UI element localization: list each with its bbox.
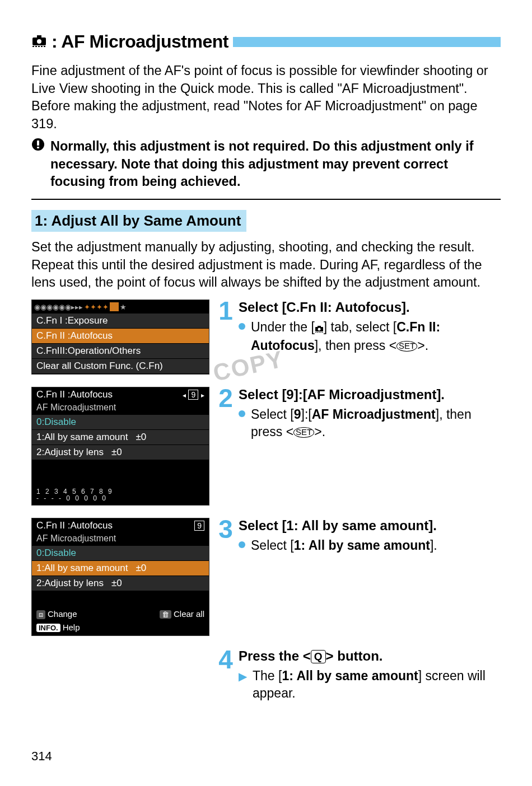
lcd2-badge: 9 [188, 390, 198, 400]
lcd3-opt-2: 2:Adjust by lens±0 [32, 576, 209, 591]
svg-rect-5 [38, 46, 40, 47]
step-2: C.Fn II :Autofocus ◂ 9 ▸ AF Microadjustm… [31, 387, 501, 506]
set-icon: SET [396, 341, 417, 352]
t: 9 [294, 407, 301, 422]
step-4: 4 Press the <Q> button. ▶ The [1: All by… [31, 648, 501, 704]
svg-rect-7 [44, 46, 45, 47]
svg-rect-18 [322, 332, 323, 333]
step-2-bullet: Select [9]:[AF Microadjustment], then pr… [239, 406, 501, 441]
step-3-bullet: Select [1: All by same amount]. [239, 537, 501, 554]
step-number-4: 4 [216, 648, 235, 704]
step-4-heading: Press the <Q> button. [239, 648, 501, 664]
lcd2-sub: AF Microadjustment [32, 402, 209, 415]
svg-point-13 [318, 328, 320, 331]
page-title: : AF Microadjustment [52, 31, 228, 52]
t: Clear all [174, 609, 204, 619]
t: C.Fn II :Autofocus [36, 389, 113, 400]
lcd1-row-clear: Clear all Custom Func. (C.Fn) [32, 359, 209, 374]
step-1: ◉◉◉◉◉◉▸▸▸✦✦✦✦★ C.Fn I :Exposure C.Fn II … [31, 300, 501, 375]
svg-rect-1 [37, 35, 41, 39]
t: C.Fn II :Autofocus [36, 520, 113, 531]
step-4-bullet: ▶ The [1: All by same amount] screen wil… [239, 667, 501, 702]
t: ], then press < [315, 338, 396, 353]
step-number-2: 2 [216, 387, 235, 506]
t: >. [314, 424, 325, 439]
lcd1-tabstrip: ◉◉◉◉◉◉▸▸▸✦✦✦✦★ [32, 300, 209, 314]
t: Press the < [239, 648, 311, 663]
lcd3-opt-1: 1:All by same amount±0 [32, 561, 209, 576]
step-3: C.Fn II :Autofocus 9 AF Microadjustment … [31, 518, 501, 636]
info-label-icon: INFO. [36, 624, 60, 632]
step-2-heading: Select [9]:[AF Microadjustment]. [239, 387, 501, 403]
lcd3-opt-0: 0:Disable [32, 546, 209, 561]
arrow-icon: ▶ [239, 669, 247, 702]
step-number-3: 3 [216, 518, 235, 636]
lcd1-row-operation: C.FnIII:Operation/Others [32, 344, 209, 359]
t: The [ [253, 668, 282, 683]
title-accent-bar [233, 37, 501, 47]
t: Help [63, 623, 80, 632]
step-1-bullet: Under the [] tab, select [C.Fn II: Autof… [239, 319, 501, 354]
lcd2-opt-1: 1:All by same amount±0 [32, 430, 209, 445]
page-number: 314 [31, 749, 52, 764]
svg-rect-14 [315, 332, 316, 333]
svg-rect-10 [37, 147, 39, 148]
section-1-body: Set the adjustment manually by adjusting… [31, 238, 501, 292]
lcd-screenshot-3: C.Fn II :Autofocus 9 AF Microadjustment … [31, 518, 209, 636]
q-button-icon-inline: Q [311, 650, 326, 663]
bullet-dot-icon [239, 410, 245, 417]
section-1-header: 1: Adjust All by Same Amount [31, 210, 246, 232]
t: Select [ [251, 407, 294, 422]
lcd1-row-autofocus: C.Fn II :Autofocus [32, 329, 209, 344]
svg-rect-4 [35, 46, 37, 47]
t: >. [417, 338, 428, 353]
svg-rect-17 [320, 332, 321, 333]
q-button-icon: ⧈ [36, 610, 45, 619]
lcd-screenshot-2: C.Fn II :Autofocus ◂ 9 ▸ AF Microadjustm… [31, 387, 209, 506]
lcd3-badge: 9 [194, 521, 204, 531]
lcd3-header: C.Fn II :Autofocus 9 [32, 518, 209, 533]
lcd3-footer-1: ⧈Change 🗑Clear all [32, 607, 209, 621]
lcd1-row-exposure: C.Fn I :Exposure [32, 314, 209, 329]
t: Change [48, 609, 77, 619]
camera-icon [31, 34, 47, 50]
lcd2-header: C.Fn II :Autofocus ◂ 9 ▸ [32, 387, 209, 402]
t: ]:[ [301, 407, 312, 422]
step-number-1: 1 [216, 300, 235, 375]
warning-icon [31, 138, 45, 191]
camera-icon-inline [315, 320, 324, 337]
step-1-heading: Select [C.Fn II: Autofocus]. [239, 300, 501, 315]
bullet-dot-icon [239, 323, 245, 330]
bullet-dot-icon [239, 541, 245, 548]
t: ]. [430, 538, 437, 553]
t: Under the [ [251, 320, 315, 334]
svg-rect-16 [319, 332, 320, 333]
page-content: : AF Microadjustment Fine adjustment of … [0, 0, 532, 704]
svg-rect-12 [318, 326, 321, 328]
t: AF Microadjustment [312, 407, 436, 422]
t: 1: All by same amount [294, 538, 430, 553]
warning-text: Normally, this adjustment is not require… [50, 138, 501, 191]
svg-rect-9 [37, 141, 39, 146]
svg-rect-6 [41, 46, 43, 47]
title-row: : AF Microadjustment [31, 31, 501, 52]
t: > button. [326, 648, 383, 663]
trash-icon: 🗑 [160, 610, 171, 619]
svg-point-2 [37, 39, 41, 44]
step-3-heading: Select [1: All by same amount]. [239, 518, 501, 534]
lcd3-sub: AF Microadjustment [32, 533, 209, 546]
lcd2-index: 1 2 3 4 5 6 7 8 9 - - - - 0 0 0 0 0 [32, 487, 209, 505]
t: Select [ [251, 538, 294, 553]
lcd2-opt-2: 2:Adjust by lens±0 [32, 445, 209, 460]
intro-paragraph: Fine adjustment of the AF's point of foc… [31, 62, 501, 133]
set-icon: SET [293, 427, 314, 438]
lcd3-footer-2: INFO.Help [32, 621, 209, 635]
t: 1: All by same amount [282, 668, 418, 683]
lcd2-opt-0: 0:Disable [32, 415, 209, 430]
warning-block: Normally, this adjustment is not require… [31, 138, 501, 191]
divider [31, 199, 501, 200]
svg-rect-15 [317, 332, 318, 333]
t: ] tab, select [ [324, 320, 396, 334]
lcd-screenshot-1: ◉◉◉◉◉◉▸▸▸✦✦✦✦★ C.Fn I :Exposure C.Fn II … [31, 300, 209, 375]
svg-rect-3 [32, 46, 34, 47]
